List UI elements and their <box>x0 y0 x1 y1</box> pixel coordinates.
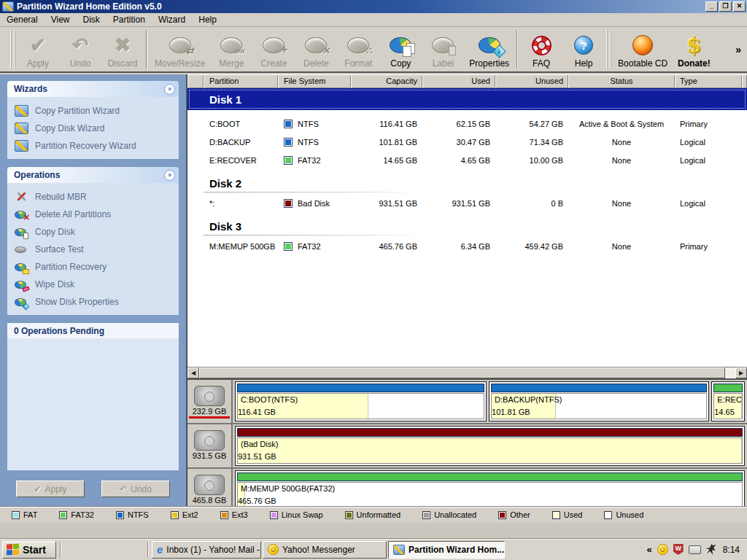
disk1-header-selected[interactable]: Disk 1 <box>187 88 747 110</box>
wizard-wand-icon <box>15 140 28 152</box>
wizards-panel: Wizards » Copy Partition Wizard Copy Dis… <box>7 81 179 159</box>
disk-map-partition-bad-disk[interactable]: (Bad Disk)931.51 GB <box>235 426 745 466</box>
table-row-e-recover[interactable]: E:RECOVER FAT32 14.65 GB 4.65 GB 10.00 G… <box>187 151 747 169</box>
delete-button[interactable]: ✕ Delete <box>295 27 337 71</box>
sidebar-item-wipe-disk[interactable]: Wipe Disk <box>7 276 179 293</box>
smiley-icon: ☺ <box>268 544 279 555</box>
menu-partition[interactable]: Partition <box>107 13 152 26</box>
help-button[interactable]: ? Help <box>562 27 605 71</box>
tray-figure-icon[interactable] <box>706 544 716 555</box>
table-row-d-backup[interactable]: D:BACKUP NTFS 101.81 GB 30.47 GB 71.34 G… <box>187 133 747 151</box>
table-row-m-memup[interactable]: M:MEMUP 500GB FAT32 465.76 GB 6.34 GB 45… <box>187 237 747 255</box>
column-file-system: File System <box>278 74 351 88</box>
collapse-chevron-icon[interactable]: » <box>164 84 175 95</box>
sidebar-item-copy-disk-wizard[interactable]: Copy Disk Wizard <box>7 120 179 137</box>
gray-disk-icon <box>15 244 28 255</box>
menu-help[interactable]: Help <box>192 13 223 26</box>
scrollbar-thumb[interactable] <box>199 368 725 378</box>
menu-wizard[interactable]: Wizard <box>152 13 192 26</box>
legend-ext2: Ext2 <box>171 510 198 519</box>
sidebar-item-partition-recovery-wizard[interactable]: Partition Recovery Wizard <box>7 137 179 155</box>
properties-button[interactable]: i Properties <box>464 27 514 71</box>
disk3-header[interactable]: Disk 3 <box>187 212 747 237</box>
legend-fat: FAT <box>12 510 37 519</box>
sidebar-item-surface-test[interactable]: Surface Test <box>7 241 179 258</box>
disk-map-partition-d-backup[interactable]: D:BACKUP(NTFS)101.81 GB <box>489 381 709 421</box>
create-button[interactable]: + Create <box>252 27 295 71</box>
disk2-header[interactable]: Disk 2 <box>187 169 747 194</box>
menu-view[interactable]: View <box>44 13 77 26</box>
tray-expand-chevron-icon[interactable]: « <box>646 544 651 555</box>
disk-map-partition-e-recover[interactable]: E:REC14.65 <box>711 381 745 421</box>
fs-color-swatch <box>284 199 293 208</box>
sidebar-item-delete-all-partitions[interactable]: ✕ Delete All Partitions <box>7 206 179 223</box>
sidebar-item-show-disk-properties[interactable]: Show Disk Properties <box>7 293 179 311</box>
column-capacity: Capacity <box>351 74 422 88</box>
sidebar-item-copy-disk[interactable]: Copy Disk <box>7 223 179 241</box>
apply-toolbar-button[interactable]: ✔ Apply <box>17 27 59 71</box>
taskbar-task-partition-wizard[interactable]: Partition Wizard Hom... <box>388 541 505 559</box>
faq-button[interactable]: FAQ <box>520 27 562 71</box>
legend-ntfs: NTFS <box>116 510 149 519</box>
start-button[interactable]: Start <box>2 541 56 559</box>
apply-button[interactable]: ✔ Apply <box>16 481 85 497</box>
wizard-wand-icon <box>15 105 28 117</box>
disk-map-partition-c-boot[interactable]: C:BOOT(NTFS)116.41 GB <box>235 381 487 421</box>
restore-button[interactable]: ❐ <box>719 1 732 12</box>
undo-button[interactable]: ↶ Undo <box>101 481 170 497</box>
table-row-c-boot[interactable]: C:BOOT NTFS 116.41 GB 62.15 GB 54.27 GB … <box>187 114 747 133</box>
selected-disk-indicator <box>189 416 230 419</box>
title-bar: Partition Wizard Home Edition v5.0 _ ❐ ✕ <box>0 0 747 13</box>
undo-toolbar-button[interactable]: ↶ Undo <box>59 27 101 71</box>
column-used: Used <box>422 74 495 88</box>
legend-unused: Unused <box>604 510 643 519</box>
window-title: Partition Wizard Home Edition v5.0 <box>17 1 162 12</box>
fs-color-swatch <box>284 138 293 147</box>
fs-type-bar <box>237 472 743 481</box>
menu-general[interactable]: General <box>0 13 44 26</box>
messenger-tray-icon[interactable] <box>689 545 701 554</box>
disk-map-row-disk1: 232.9 GB C:BOOT(NTFS)116.41 GB D:BACKUP(… <box>187 380 747 424</box>
hard-drive-icon <box>194 430 225 451</box>
table-row-bad-disk[interactable]: *: Bad Disk 931.51 GB 931.51 GB 0 B None… <box>187 194 747 212</box>
hard-drive-icon <box>194 475 225 495</box>
operations-pending-header: 0 Operations Pending <box>7 323 179 338</box>
taskbar-task-yahoo-mail[interactable]: e Inbox (1) - Yahoo! Mail - ... <box>152 541 261 559</box>
taskbar-task-yahoo-messenger[interactable]: ☺ Yahoo! Messenger <box>263 541 387 559</box>
sidebar-item-rebuild-mbr[interactable]: Rebuild MBR <box>7 188 179 206</box>
label-button[interactable]: Label <box>422 27 464 71</box>
wizards-panel-header: Wizards » <box>7 81 179 97</box>
sidebar-item-partition-recovery[interactable]: Partition Recovery <box>7 258 179 276</box>
donate-button[interactable]: $ Donate! <box>673 27 716 71</box>
hard-drive-icon <box>194 386 225 406</box>
operations-panel: Operations » Rebuild MBR ✕ Delete All Pa… <box>7 167 179 315</box>
merge-button[interactable]: »« Merge <box>210 27 252 71</box>
antivirus-shield-icon[interactable]: W <box>673 544 684 555</box>
discard-x-icon: ✖ <box>107 33 139 58</box>
close-button[interactable]: ✕ <box>733 1 746 12</box>
bootable-cd-button[interactable]: Bootable CD <box>613 27 673 71</box>
partition-table-body: Disk 1 C:BOOT NTFS 116.41 GB 62.15 GB 54… <box>187 88 747 367</box>
minimize-button[interactable]: _ <box>705 1 718 12</box>
menu-disk[interactable]: Disk <box>77 13 107 26</box>
fs-color-swatch <box>284 242 293 251</box>
table-header: Partition File System Capacity Used Unus… <box>187 74 747 88</box>
copy-button[interactable]: Copy <box>379 27 422 71</box>
scroll-left-arrow[interactable]: ◀ <box>187 368 199 378</box>
sidebar-item-copy-partition-wizard[interactable]: Copy Partition Wizard <box>7 102 179 120</box>
collapse-chevron-icon[interactable]: » <box>164 170 175 181</box>
format-disk-icon: ∴ <box>342 33 374 58</box>
disk-map-partition-m-memup[interactable]: M:MEMUP 500GB(FAT32)465.76 GB <box>235 470 745 510</box>
toolbar-gripper <box>10 30 15 69</box>
taskbar-divider <box>60 542 61 558</box>
move-resize-button[interactable]: ⇄ Move/Resize <box>150 27 210 71</box>
disk1-icon-cell[interactable]: 232.9 GB <box>187 380 233 423</box>
toolbar-overflow-chevron-icon[interactable]: » <box>735 44 747 55</box>
disk2-icon-cell[interactable]: 931.5 GB <box>187 424 233 467</box>
yahoo-messenger-tray-icon[interactable]: ☺ <box>657 544 668 555</box>
scroll-right-arrow[interactable]: ▶ <box>735 368 747 378</box>
discard-toolbar-button[interactable]: ✖ Discard <box>101 27 144 71</box>
column-status: Status <box>568 74 675 88</box>
format-button[interactable]: ∴ Format <box>337 27 379 71</box>
operations-panel-header: Operations » <box>7 167 179 183</box>
